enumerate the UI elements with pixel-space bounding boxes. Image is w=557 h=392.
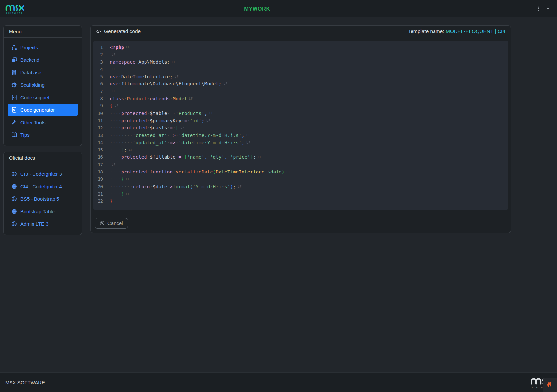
line-feed-marker: LF <box>129 148 133 151</box>
line-number: 13 <box>93 132 106 139</box>
line-number: 4 <box>93 66 106 73</box>
line-feed-marker: LF <box>287 170 291 173</box>
line-feed-marker: LF <box>112 68 116 71</box>
line-feed-marker: LF <box>206 119 210 122</box>
code-line: ········'updated_at'·=>·'datetime:Y-m-d·… <box>110 139 508 146</box>
line-number: 7 <box>93 88 106 95</box>
sidebar-item-ci3-codeigniter-3[interactable]: CI3 - CodeIgniter 3 <box>8 168 78 180</box>
globe-icon <box>11 196 17 202</box>
globe-icon <box>11 209 17 214</box>
generated-code-body: 12345678910111213141516171819202122 <?ph… <box>91 37 511 210</box>
line-feed-marker: LF <box>223 82 227 85</box>
line-number: 15 <box>93 146 106 153</box>
line-number: 1 <box>93 44 106 51</box>
sidebar-item-backend[interactable]: Backend <box>8 54 78 66</box>
docs-card: Oficial docs CI3 - CodeIgniter 3CI4 - Co… <box>3 152 82 235</box>
diagram-icon <box>11 45 17 50</box>
sidebar-item-other-tools[interactable]: Other Tools <box>8 116 78 128</box>
code-line: ········return·$date->format('Y-m-d·H:i:… <box>110 183 508 190</box>
line-number: 6 <box>93 80 106 87</box>
line-feed-marker: LF <box>112 163 116 166</box>
msx-logo-icon: SOFTWARE <box>5 2 25 15</box>
x-circle-icon <box>100 221 105 226</box>
line-number: 3 <box>93 58 106 66</box>
wrench-icon <box>11 120 17 125</box>
code-line: namespace·App\Models;LF <box>110 58 508 66</box>
sidebar-item-admin-lte-3[interactable]: Admin LTE 3 <box>8 218 78 230</box>
sidebar: Menu ProjectsBackendDatabaseScaffoldingC… <box>3 25 82 235</box>
code-line: class·Product·extends·ModelLF <box>110 95 508 102</box>
sidebar-item-label: Projects <box>20 45 38 50</box>
editor-code: <?phpLFLFnamespace·App\Models;LFLFuse·Da… <box>106 44 508 205</box>
codeigniter-flame-icon <box>546 380 554 389</box>
generated-code-header: Generated code Template name: MODEL-ELOQ… <box>91 26 511 37</box>
sidebar-item-code-generator[interactable]: Code generator <box>8 104 78 116</box>
docs-list: CI3 - CodeIgniter 3CI4 - CodeIgniter 4BS… <box>4 164 82 235</box>
sidebar-item-code-snippet[interactable]: Code snippet <box>8 91 78 104</box>
template-name-value: MODEL-ELOQUENT | CI4 <box>446 28 505 34</box>
sidebar-item-scaffolding[interactable]: Scaffolding <box>8 79 78 91</box>
sidebar-item-bs5-bootstrap-5[interactable]: BS5 - Bootstrap 5 <box>8 193 78 205</box>
code-editor[interactable]: 12345678910111213141516171819202122 <?ph… <box>93 41 508 210</box>
line-number: 22 <box>93 197 106 205</box>
menu-card-header: Menu <box>4 26 82 38</box>
sidebar-item-database[interactable]: Database <box>8 66 78 79</box>
line-number: 18 <box>93 168 106 175</box>
code-line: LF <box>110 51 508 58</box>
template-name-label: Template name: <box>408 28 444 34</box>
line-number: 17 <box>93 161 106 168</box>
line-feed-marker: LF <box>126 46 130 49</box>
page-footer: MSX SOFTWARE SOFTWARE <box>0 372 557 392</box>
globe-icon <box>11 171 17 177</box>
code-line: ····protected·$primaryKey·=·'id';LF <box>110 117 508 124</box>
file-code-icon <box>11 107 17 113</box>
line-number: 14 <box>93 139 106 146</box>
line-number: 12 <box>93 124 106 131</box>
line-number: 16 <box>93 153 106 161</box>
sidebar-item-label: Scaffolding <box>20 82 45 88</box>
sidebar-item-label: Code snippet <box>20 95 49 100</box>
gear-icon <box>11 82 17 88</box>
sidebar-item-label: Admin LTE 3 <box>20 221 49 227</box>
menu-list: ProjectsBackendDatabaseScaffoldingCode s… <box>4 38 82 146</box>
line-feed-marker: LF <box>115 104 119 107</box>
code-line: } <box>110 197 508 205</box>
sidebar-item-projects[interactable]: Projects <box>8 41 78 54</box>
sidebar-item-label: BS5 - Bootstrap 5 <box>20 196 59 202</box>
cancel-button[interactable]: Cancel <box>95 218 128 229</box>
line-feed-marker: LF <box>189 97 193 100</box>
code-slash-icon <box>96 29 101 34</box>
line-number: 5 <box>93 73 106 80</box>
code-line: use·DateTimeInterface;LF <box>110 73 508 80</box>
globe-icon <box>11 221 17 227</box>
code-line: ····protected·$fillable·=·['name',·'qty'… <box>110 153 508 161</box>
user-dropdown-caret-icon[interactable] <box>546 7 550 11</box>
code-line: ····protected·$casts·=·[LF <box>110 124 508 131</box>
sidebar-item-label: Code generator <box>20 107 55 113</box>
code-line: <?phpLF <box>110 44 508 51</box>
menu-card: Menu ProjectsBackendDatabaseScaffoldingC… <box>3 25 82 146</box>
code-line: ····protected·function·serializeDate(Dat… <box>110 168 508 175</box>
sidebar-item-tips[interactable]: Tips <box>8 128 78 141</box>
code-line: ····}LF <box>110 190 508 197</box>
sidebar-item-bootstrap-table[interactable]: Bootstrap Table <box>8 205 78 218</box>
code-line: {LF <box>110 102 508 109</box>
code-snippet-icon <box>11 95 17 100</box>
navbar-actions <box>536 0 550 17</box>
top-navbar: SOFTWARE MYWORK <box>0 0 557 17</box>
generated-code-card: Generated code Template name: MODEL-ELOQ… <box>90 25 511 233</box>
sidebar-item-label: Bootstrap Table <box>20 209 55 214</box>
sidebar-item-label: Tips <box>20 132 30 138</box>
line-number: 10 <box>93 110 106 117</box>
line-feed-marker: LF <box>258 155 262 159</box>
code-line: LF <box>110 161 508 168</box>
sidebar-item-label: Database <box>20 70 41 75</box>
sidebar-item-label: CI3 - CodeIgniter 3 <box>20 171 62 177</box>
sidebar-item-ci4-codeigniter-4[interactable]: CI4 - CodeIgniter 4 <box>8 180 78 193</box>
database-icon <box>11 70 17 75</box>
code-line: use·Illuminate\Database\Eloquent\Model;L… <box>110 80 508 87</box>
code-line: ····{LF <box>110 175 508 183</box>
line-number: 21 <box>93 190 106 197</box>
cancel-button-label: Cancel <box>107 220 123 226</box>
kebab-menu-icon[interactable] <box>536 6 541 11</box>
